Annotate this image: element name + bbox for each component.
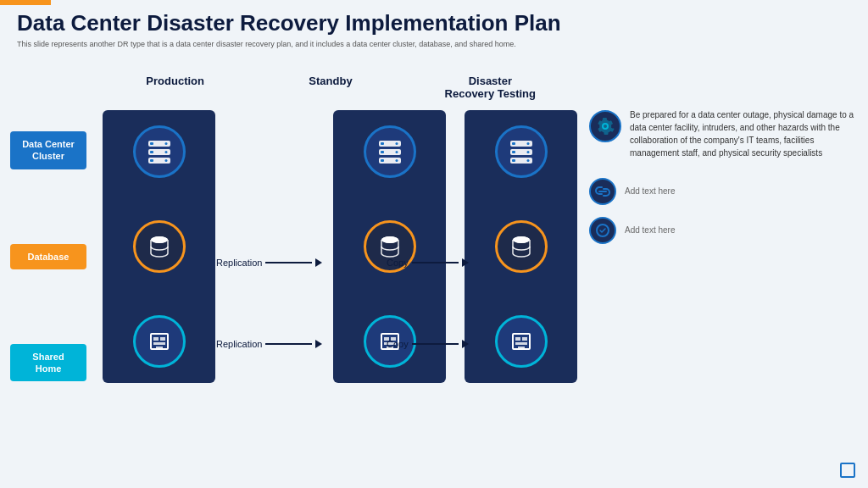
svg-point-38 bbox=[526, 142, 529, 145]
svg-rect-19 bbox=[381, 142, 384, 145]
icon-server-recovery bbox=[495, 125, 548, 178]
label-database: Database bbox=[10, 244, 86, 269]
icon-link-circle-1 bbox=[589, 178, 616, 205]
corner-box bbox=[840, 463, 855, 478]
right-info: Be prepared for a data center outage, ph… bbox=[589, 108, 855, 254]
svg-point-7 bbox=[164, 151, 167, 153]
col-header-production: Production bbox=[120, 75, 231, 100]
col-production bbox=[103, 110, 215, 383]
arrow-shared-replication: Replication bbox=[216, 339, 322, 349]
copy-label-1: Copy bbox=[387, 258, 409, 268]
svg-rect-45 bbox=[522, 337, 527, 341]
arrow-db-replication: Replication bbox=[216, 258, 322, 268]
arrow-db-copy: Copy bbox=[387, 258, 469, 268]
svg-rect-47 bbox=[518, 347, 525, 349]
svg-rect-35 bbox=[512, 142, 515, 145]
svg-rect-3 bbox=[150, 142, 153, 145]
arrow-line-1 bbox=[265, 262, 312, 263]
icon-shared-recovery bbox=[495, 315, 548, 368]
svg-rect-21 bbox=[381, 159, 384, 162]
copy-label-2: Copy bbox=[387, 339, 409, 349]
svg-point-22 bbox=[395, 142, 398, 145]
arrowhead-4 bbox=[462, 340, 469, 348]
svg-rect-46 bbox=[515, 342, 527, 345]
col-header-recovery: DisasterRecovery Testing bbox=[431, 75, 549, 100]
icon-server-production bbox=[133, 125, 186, 178]
icon-gear-circle bbox=[589, 110, 621, 142]
arrow-line-3 bbox=[265, 343, 312, 345]
icon-db-recovery bbox=[495, 220, 548, 273]
add-text-2: Add text here bbox=[625, 225, 675, 235]
svg-point-24 bbox=[395, 159, 398, 162]
icon-link-circle-2 bbox=[589, 217, 616, 244]
col-header-standby: Standby bbox=[275, 75, 386, 100]
arrow-line-4 bbox=[412, 343, 459, 345]
replication-label-1: Replication bbox=[216, 258, 262, 268]
svg-point-8 bbox=[164, 159, 167, 162]
svg-point-39 bbox=[526, 151, 529, 153]
svg-point-10 bbox=[151, 236, 168, 243]
svg-rect-13 bbox=[160, 337, 165, 341]
title-area: Data Center Disaster Recovery Implementa… bbox=[17, 10, 851, 48]
arrowhead-2 bbox=[462, 258, 469, 267]
svg-rect-15 bbox=[156, 347, 163, 349]
svg-rect-4 bbox=[150, 151, 153, 153]
icon-server-standby bbox=[364, 125, 416, 178]
arrow-line-2 bbox=[412, 262, 459, 263]
col-recovery bbox=[465, 110, 577, 383]
info-add-row-1: Add text here bbox=[589, 176, 855, 205]
arrow-shared-copy: Copy bbox=[387, 339, 469, 349]
svg-rect-44 bbox=[515, 337, 520, 341]
top-bar bbox=[0, 0, 51, 5]
svg-point-6 bbox=[164, 142, 167, 145]
arrowhead-1 bbox=[315, 258, 322, 267]
label-data-center: Data Center Cluster bbox=[10, 131, 86, 169]
slide: Data Center Disaster Recovery Implementa… bbox=[0, 0, 868, 488]
svg-point-26 bbox=[381, 236, 398, 243]
subtitle: This slide represents another DR type th… bbox=[17, 40, 851, 48]
svg-rect-36 bbox=[512, 151, 515, 153]
svg-point-40 bbox=[526, 159, 529, 162]
svg-point-23 bbox=[395, 151, 398, 153]
svg-rect-37 bbox=[512, 159, 515, 162]
icon-shared-production bbox=[133, 315, 186, 368]
svg-rect-12 bbox=[153, 337, 159, 341]
info-add-row-2: Add text here bbox=[589, 215, 855, 244]
arrowhead-3 bbox=[315, 340, 322, 348]
left-labels: Data Center Cluster Database Shared Home bbox=[10, 131, 86, 381]
svg-rect-5 bbox=[150, 159, 153, 162]
main-description: Be prepared for a data center outage, ph… bbox=[630, 108, 855, 159]
label-shared-home: Shared Home bbox=[10, 344, 86, 382]
svg-point-42 bbox=[513, 236, 530, 243]
svg-rect-14 bbox=[153, 342, 165, 345]
icon-db-production bbox=[133, 220, 186, 273]
col-headers: Production Standby DisasterRecovery Test… bbox=[97, 75, 572, 100]
replication-label-2: Replication bbox=[216, 339, 262, 349]
svg-rect-20 bbox=[381, 151, 384, 153]
info-row-main: Be prepared for a data center outage, ph… bbox=[589, 108, 855, 159]
add-text-1: Add text here bbox=[625, 186, 675, 196]
main-title: Data Center Disaster Recovery Implementa… bbox=[17, 10, 851, 36]
